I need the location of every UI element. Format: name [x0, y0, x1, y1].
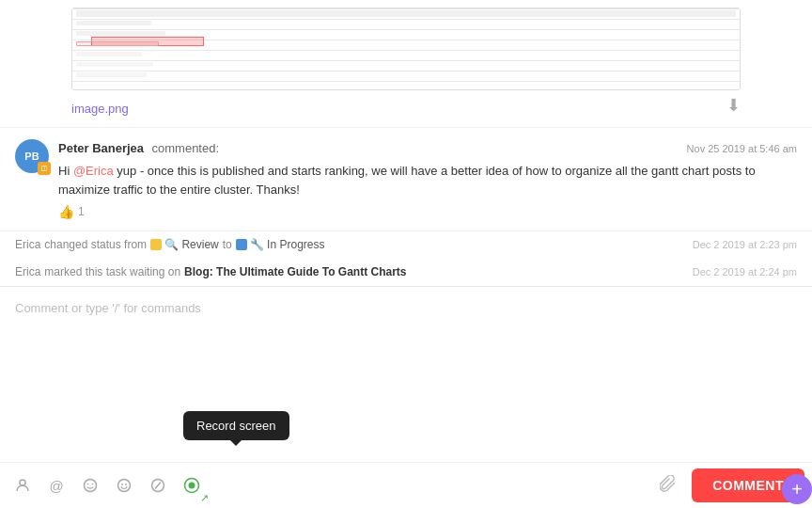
activity-actor-1: Erica [15, 237, 40, 253]
image-filename[interactable]: image.png [71, 102, 129, 116]
commenter-name: Peter Banerjea [58, 141, 144, 155]
comment-placeholder[interactable]: Comment or type '/' for commands [15, 296, 797, 325]
reaction-icon [117, 478, 132, 493]
commented-label: commented: [152, 141, 220, 155]
avatar-badge [38, 162, 51, 175]
comment-toolbar: @ [0, 462, 812, 508]
status-dot-yellow [150, 239, 162, 250]
attach-icon[interactable] [652, 475, 684, 497]
emoji-icon-button[interactable] [75, 470, 105, 500]
waiting-task-link[interactable]: Blog: The Ultimate Guide To Gantt Charts [184, 264, 406, 280]
record-screen-button[interactable]: ↗ [177, 470, 207, 500]
like-area: 👍 1 [58, 204, 797, 219]
svg-point-13 [189, 483, 195, 489]
command-icon-button[interactable] [143, 470, 173, 500]
comment-text-before: Hi [58, 164, 73, 178]
record-screen-tooltip: Record screen [183, 411, 289, 440]
at-icon: @ [49, 478, 63, 494]
reaction-icon-button[interactable] [109, 470, 139, 500]
status-from: 🔍 Review [150, 237, 219, 253]
mention-icon-button[interactable]: @ [41, 470, 71, 500]
svg-point-4 [85, 480, 97, 492]
slash-icon [150, 478, 165, 493]
activity-row-1: Erica changed status from 🔍 Review to 🔧 … [0, 231, 812, 259]
person-icon [15, 478, 30, 493]
status-to: 🔧 In Progress [236, 237, 325, 253]
activity-timestamp-2: Dec 2 2019 at 2:24 pm [693, 265, 797, 279]
svg-line-11 [156, 483, 161, 488]
comment-text: Hi @Erica yup - once this is published a… [58, 162, 797, 198]
record-icon [183, 477, 200, 494]
download-icon[interactable]: ⬇ [726, 95, 741, 116]
comment-content: Peter Banerjea commented: Nov 25 2019 at… [58, 139, 797, 219]
cursor-indicator: ↗ [200, 492, 209, 504]
comment-timestamp: Nov 25 2019 at 5:46 am [687, 143, 797, 154]
comment-block: PB Peter Banerjea commented: Nov 25 2019… [0, 128, 812, 231]
assign-icon-button[interactable] [8, 470, 38, 500]
like-count: 1 [78, 205, 85, 218]
comment-text-after: yup - once this is published and starts … [58, 164, 756, 197]
plus-icon: + [791, 480, 803, 499]
activity-timestamp-1: Dec 2 2019 at 2:23 pm [693, 238, 797, 252]
svg-point-7 [118, 480, 131, 492]
thumbs-up-icon[interactable]: 👍 [58, 204, 74, 219]
activity-actor-2: Erica [15, 264, 40, 280]
activity-row-2: Erica marked this task waiting on Blog: … [0, 259, 812, 286]
svg-point-6 [92, 484, 94, 485]
emoji-icon [83, 478, 98, 493]
svg-rect-1 [42, 167, 44, 170]
svg-rect-2 [45, 167, 47, 170]
mention[interactable]: @Erica [73, 164, 114, 178]
image-attachment-area: image.png ⬇ [0, 0, 812, 128]
status-dot-blue [236, 239, 247, 250]
comment-input-area[interactable]: Comment or type '/' for commands [0, 286, 812, 462]
svg-point-5 [87, 484, 89, 485]
avatar: PB [15, 139, 49, 173]
svg-point-3 [20, 480, 25, 485]
fab-button[interactable]: + [782, 474, 812, 504]
toolbar-icons: @ [8, 470, 652, 500]
